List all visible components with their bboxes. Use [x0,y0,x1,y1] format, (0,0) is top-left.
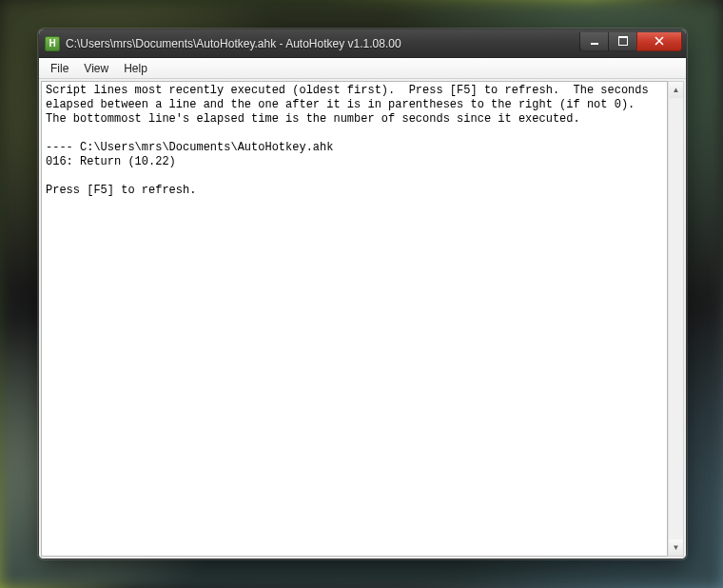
minimize-button[interactable] [579,32,608,51]
menu-file[interactable]: File [43,60,76,77]
scroll-up-arrow-icon[interactable]: ▲ [669,82,683,98]
app-icon: H [45,36,60,51]
app-window: H C:\Users\mrs\Documents\AutoHotkey.ahk … [38,29,687,559]
maximize-button[interactable] [608,32,636,51]
close-icon [655,36,664,46]
scroll-down-arrow-icon[interactable]: ▼ [669,539,683,556]
vertical-scrollbar[interactable]: ▲ ▼ [668,81,684,557]
scroll-track[interactable] [669,98,683,539]
window-title: C:\Users\mrs\Documents\AutoHotkey.ahk - … [66,37,579,50]
titlebar[interactable]: H C:\Users\mrs\Documents\AutoHotkey.ahk … [39,29,686,58]
window-controls [579,32,682,51]
menu-view[interactable]: View [76,60,116,77]
close-button[interactable] [636,32,682,51]
menu-help[interactable]: Help [116,60,155,77]
content-area: Script lines most recently executed (old… [39,79,686,559]
menubar: File View Help [39,58,686,79]
script-output-text[interactable]: Script lines most recently executed (old… [41,81,668,557]
